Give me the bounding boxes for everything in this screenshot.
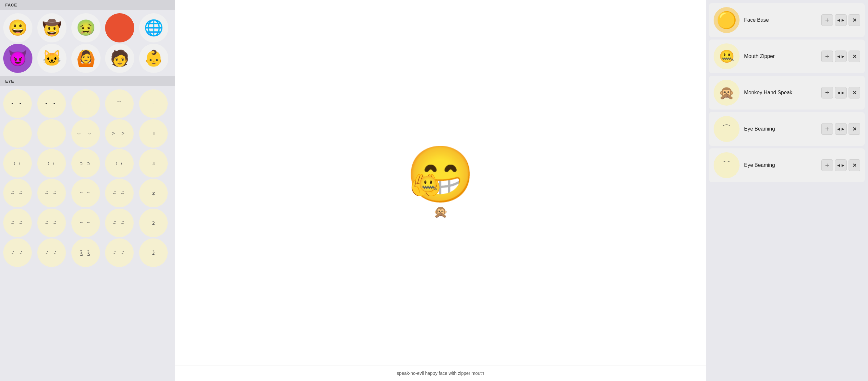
eye-gt-1[interactable]: > > <box>105 119 134 148</box>
left-panel: FACE 😀 🤠 🤢 🌐 😈 🐱 🙆 🧑 👶 EYE • • • • · · ⌒… <box>0 0 175 381</box>
face-section-header: FACE <box>0 0 175 10</box>
mouth-zipper-close-btn[interactable]: ✕ <box>848 50 860 62</box>
eye-ring-1[interactable]: ⌣̊ ⌣̊ <box>3 238 32 267</box>
face-emoji-back-head1[interactable]: 🙆 <box>71 44 100 73</box>
layer-face-base-preview: 🟡 <box>714 7 740 33</box>
layer-face-base-name: Face Base <box>744 17 817 23</box>
layer-eye-beaming-2-name: Eye Beaming <box>744 162 817 168</box>
layer-eye-beaming-1-name: Eye Beaming <box>744 126 817 132</box>
eye-curved-3[interactable]: ⌣̃ ⌣̃ <box>105 179 134 207</box>
monkey-hand-close-btn[interactable]: ✕ <box>848 87 860 99</box>
layer-eye-beaming-2: ⌒ Eye Beaming ✛ ◄► ✕ <box>709 148 865 182</box>
face-base-move-btn[interactable]: ✛ <box>821 14 833 26</box>
eye-style-1[interactable]: ⌣̃ ⌣̃ <box>3 209 32 237</box>
eye-beaming-1-move-btn[interactable]: ✛ <box>821 123 833 135</box>
face-emoji-back-head3[interactable]: 👶 <box>139 44 168 73</box>
eye-style-5[interactable]: ʑ̃ <box>139 209 168 237</box>
eye-label: EYE <box>5 79 14 83</box>
eye-beaming-2-close-btn[interactable]: ✕ <box>848 160 860 171</box>
eye-beaming-1-close-btn[interactable]: ✕ <box>848 123 860 135</box>
eye-dot-4[interactable]: · <box>139 90 168 118</box>
eye-beaming-1-resize-btn[interactable]: ◄► <box>835 123 846 135</box>
layer-monkey-hand-speak: 🙊 Monkey Hand Speak ✛ ◄► ✕ <box>709 76 865 109</box>
mouth-zipper-move-btn[interactable]: ✛ <box>821 50 833 62</box>
layer-eye-beaming-2-controls: ✛ ◄► ✕ <box>821 160 860 171</box>
eye-squint-1[interactable]: ɔ ɔ <box>71 149 100 177</box>
eye-dot-1[interactable]: • • <box>3 90 32 118</box>
layer-mouth-zipper-controls: ✛ ◄► ✕ <box>821 50 860 62</box>
eye-ring-4[interactable]: ⌣̊ ⌣̊ <box>105 238 134 267</box>
eye-section-header: EYE <box>0 76 175 86</box>
eye-dash-1[interactable]: — — <box>3 119 32 148</box>
layer-mouth-zipper: 🤐 Mouth Zipper ✛ ◄► ✕ <box>709 39 865 73</box>
eye-emoji-grid: • • • • · · ⌒ · — — — — ⌣ ⌣ > > ⌒̈ ( ) (… <box>0 86 175 270</box>
eye-raised-2[interactable]: ( ) <box>37 149 66 177</box>
layer-face-base: 🟡 Face Base ✛ ◄► ✕ <box>709 3 865 37</box>
face-base-close-btn[interactable]: ✕ <box>848 14 860 26</box>
eye-curved-2[interactable]: ⌣̈ ⌣̈ <box>37 179 66 207</box>
face-label: FACE <box>5 3 17 7</box>
layer-mouth-zipper-preview: 🤐 <box>714 43 740 69</box>
layer-mouth-zipper-name: Mouth Zipper <box>744 54 817 59</box>
face-emoji-cowboy[interactable]: 🤠 <box>37 13 66 42</box>
face-emoji-cat[interactable]: 🐱 <box>37 44 66 73</box>
canvas-description: speak-no-evil happy face with zipper mou… <box>175 365 706 381</box>
eye-brow-1[interactable]: ⌒̈ <box>139 119 168 148</box>
canvas-main-emoji: 😁 🤲 🤐 <box>406 147 475 202</box>
eye-dash-2[interactable]: — — <box>37 119 66 148</box>
center-panel: 😁 🤲 🤐 🙊 speak-no-evil happy face with zi… <box>175 0 706 381</box>
monkey-hand-resize-btn[interactable]: ◄► <box>835 87 846 99</box>
eye-ring-5[interactable]: ʑ̊ <box>139 238 168 267</box>
layer-eye-beaming-2-preview: ⌒ <box>714 152 740 178</box>
eye-dot-2[interactable]: • • <box>37 90 66 118</box>
layer-eye-beaming-1-controls: ✛ ◄► ✕ <box>821 123 860 135</box>
face-base-resize-btn[interactable]: ◄► <box>835 14 846 26</box>
face-emoji-grid: 😀 🤠 🤢 🌐 😈 🐱 🙆 🧑 👶 <box>0 10 175 76</box>
face-emoji-globe[interactable]: 🌐 <box>139 13 168 42</box>
layer-eye-beaming-1-preview: ⌒ <box>714 116 740 142</box>
face-emoji-sick[interactable]: 🤢 <box>71 13 100 42</box>
eye-smile-1[interactable]: ⌣ ⌣ <box>71 119 100 148</box>
eye-curved-4[interactable]: ʑ <box>139 179 168 207</box>
eye-raised-1[interactable]: ( ) <box>3 149 32 177</box>
eye-wink-1[interactable]: ⌒̈ <box>139 149 168 177</box>
face-emoji-red[interactable] <box>105 13 134 42</box>
eye-arch-1[interactable]: ⌒ <box>105 90 134 118</box>
face-emoji-devil[interactable]: 😈 <box>3 44 32 73</box>
eye-style-3[interactable]: ~ ~ <box>71 209 100 237</box>
eye-curved-1[interactable]: ⌣̈ ⌣̈ <box>3 179 32 207</box>
eye-ring-3[interactable]: ʓ̊ ʓ̊ <box>71 238 100 267</box>
eye-beaming-2-resize-btn[interactable]: ◄► <box>835 160 846 171</box>
layer-monkey-hand-speak-controls: ✛ ◄► ✕ <box>821 87 860 99</box>
layer-eye-beaming-1: ⌒ Eye Beaming ✛ ◄► ✕ <box>709 112 865 146</box>
eye-ring-2[interactable]: ⌣̊ ⌣̊ <box>37 238 66 267</box>
canvas-small-emoji: 🙊 <box>433 205 448 219</box>
eye-dot-3[interactable]: · · <box>71 90 100 118</box>
layer-monkey-hand-speak-name: Monkey Hand Speak <box>744 90 817 96</box>
eye-style-2[interactable]: ⌣̃ ⌣̃ <box>37 209 66 237</box>
eye-style-4[interactable]: ⌣̃ ⌣̃ <box>105 209 134 237</box>
eye-squiggle-1[interactable]: ~ ~ <box>71 179 100 207</box>
layer-monkey-hand-speak-preview: 🙊 <box>714 80 740 106</box>
face-emoji-back-head2[interactable]: 🧑 <box>105 44 134 73</box>
right-panel: 🟡 Face Base ✛ ◄► ✕ 🤐 Mouth Zipper ✛ ◄► <box>706 0 868 381</box>
monkey-hand-move-btn[interactable]: ✛ <box>821 87 833 99</box>
eye-beaming-2-move-btn[interactable]: ✛ <box>821 160 833 171</box>
layer-face-base-controls: ✛ ◄► ✕ <box>821 14 860 26</box>
mouth-zipper-resize-btn[interactable]: ◄► <box>835 50 846 62</box>
canvas-area: 😁 🤲 🤐 🙊 <box>175 0 706 365</box>
eye-raised-3[interactable]: ( ) <box>105 149 134 177</box>
face-emoji-plain[interactable]: 😀 <box>3 13 32 42</box>
